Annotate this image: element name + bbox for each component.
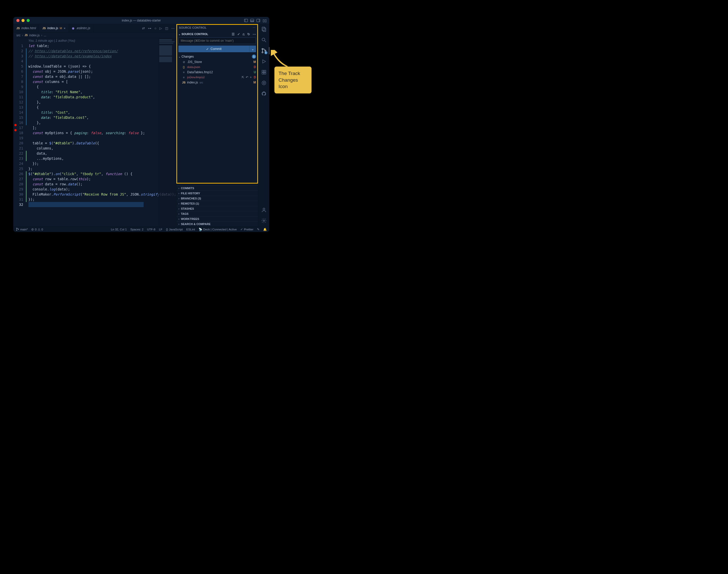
code-line[interactable]: data: "fieldData.product", <box>29 94 176 99</box>
language-status[interactable]: {} JavaScript <box>166 228 182 231</box>
open-file-icon[interactable]: ⇱ <box>242 76 244 79</box>
code-line[interactable] <box>29 135 176 140</box>
scm-file-row[interactable]: ≡jsDev.fmp12 ⇱↶+D <box>176 75 258 80</box>
scm-collapsed-section[interactable]: ›COMMITS <box>176 186 258 191</box>
minimize-window-button[interactable] <box>22 19 25 22</box>
create-pr-icon[interactable]: ⎌ <box>243 32 245 36</box>
code-line[interactable]: data: "fieldData.cost", <box>29 115 176 120</box>
toggle-bottom-panel-icon[interactable] <box>250 19 254 22</box>
code-line[interactable]: let table; <box>29 43 176 48</box>
code-line[interactable]: title: "First Name", <box>29 89 176 94</box>
scm-collapsed-section[interactable]: ›WORKTREES <box>176 216 258 221</box>
eol-status[interactable]: LF <box>159 228 162 231</box>
code-line[interactable]: }, <box>29 99 176 105</box>
commit-icon[interactable]: ✓ <box>237 32 240 36</box>
code-line[interactable]: ...myOptions, <box>29 156 176 161</box>
code-line[interactable]: // https://datatables.net/examples/index <box>29 53 176 58</box>
notifications-icon[interactable]: 🔔 <box>263 228 267 231</box>
code-line[interactable]: const columns = [ <box>29 79 176 84</box>
more-actions-icon[interactable]: ⋯ <box>253 26 255 30</box>
code-line[interactable]: }); <box>29 197 176 202</box>
encoding-status[interactable]: UTF-8 <box>147 228 156 231</box>
code-line[interactable]: FileMaker.PerformScript("Receive Row fro… <box>29 192 176 197</box>
code-line[interactable]: table = $("#dtable").DataTable({ <box>29 140 176 146</box>
commit-message-input[interactable] <box>178 37 256 44</box>
toggle-right-panel-icon[interactable] <box>256 19 260 22</box>
breakpoint-icon[interactable] <box>14 124 17 126</box>
close-tab-icon[interactable]: × <box>63 26 66 30</box>
breadcrumb-part[interactable]: index.js <box>29 34 40 37</box>
code-line[interactable]: const data = obj.data || []; <box>29 74 176 79</box>
code-content[interactable]: You, 1 minute ago | 1 author (You)let ta… <box>26 38 176 226</box>
more-actions-icon[interactable]: ⋯ <box>171 26 175 30</box>
scm-file-row[interactable]: ≡DataTables.fmp12 U <box>176 70 258 75</box>
maximize-window-button[interactable] <box>27 19 30 22</box>
code-line[interactable]: columns, <box>29 146 176 151</box>
stage-icon[interactable]: + <box>250 76 252 79</box>
code-line[interactable]: const myOptions = { paging: false, searc… <box>29 130 176 135</box>
split-editor-icon[interactable]: ◫ <box>165 26 168 30</box>
branch-status[interactable]: main* <box>16 228 28 231</box>
code-line[interactable]: { <box>29 105 176 110</box>
tab-index-js[interactable]: JS index.js M × <box>39 24 69 32</box>
close-window-button[interactable] <box>16 19 19 22</box>
more-actions-icon[interactable]: ⋯ <box>253 32 256 36</box>
scm-file-row[interactable]: {}data.json D <box>176 65 258 70</box>
refresh-icon[interactable]: ↻ <box>247 32 250 36</box>
customize-layout-icon[interactable]: ▯▯ <box>263 18 267 23</box>
minimap[interactable] <box>158 38 176 226</box>
code-line[interactable]: data, <box>29 151 176 156</box>
tab-index-html[interactable]: JS index.html <box>13 24 39 32</box>
code-line[interactable]: const data = row.data(); <box>29 181 176 187</box>
explorer-icon[interactable] <box>261 26 267 32</box>
search-icon[interactable] <box>261 37 267 43</box>
indentation-status[interactable]: Spaces: 2 <box>130 228 143 231</box>
compare-changes-icon[interactable]: ⇄ <box>142 26 145 30</box>
code-line[interactable]: window.loadTable = (json) => { <box>29 64 176 69</box>
scm-collapsed-section[interactable]: ›BRANCHES (3) <box>176 196 258 201</box>
run-icon[interactable] <box>261 58 267 65</box>
scm-collapsed-section[interactable]: ›SEARCH & COMPARE <box>176 221 258 226</box>
code-line[interactable] <box>29 202 176 207</box>
code-line[interactable]: }); <box>29 161 176 166</box>
code-line[interactable]: const obj = JSON.parse(json); <box>29 69 176 74</box>
discard-icon[interactable]: ↶ <box>246 76 248 79</box>
eslint-status[interactable]: ESLint <box>186 228 195 231</box>
account-icon[interactable] <box>261 207 267 213</box>
git-graph-icon[interactable]: ○ <box>154 26 157 30</box>
toggle-left-panel-icon[interactable] <box>244 19 248 22</box>
extensions-icon[interactable] <box>261 69 267 75</box>
feedback-icon[interactable]: ✎ <box>257 228 260 231</box>
settings-icon[interactable] <box>261 218 267 224</box>
breadcrumb-part[interactable]: src <box>16 34 20 37</box>
scm-file-row[interactable]: JSindex.js src M <box>176 80 258 85</box>
code-line[interactable] <box>29 58 176 64</box>
code-line[interactable]: }, <box>29 120 176 125</box>
scm-collapsed-section[interactable]: ›TAGS <box>176 211 258 216</box>
cursor-position-status[interactable]: Ln 32, Col 1 <box>111 228 127 231</box>
run-code-icon[interactable]: ▷ <box>160 26 162 30</box>
prettier-status[interactable]: ✓ Prettier <box>240 228 253 231</box>
scm-collapsed-section[interactable]: ›FILE HISTORY <box>176 191 258 196</box>
gitlens-icon[interactable] <box>261 80 267 86</box>
code-line[interactable]: ]; <box>29 125 176 130</box>
editor-content[interactable]: 1234567891011121314151617181920212223242… <box>13 38 176 226</box>
code-line[interactable]: title: "Cost", <box>29 110 176 115</box>
commit-dropdown-button[interactable]: ⌄ <box>249 46 256 52</box>
code-line[interactable]: { <box>29 84 176 89</box>
breadcrumb[interactable]: src › JS index.js › ... <box>13 33 176 38</box>
code-line[interactable]: $("#dtable").on("click", "tbody tr", fun… <box>29 171 176 176</box>
scm-collapsed-section[interactable]: ›STASHES <box>176 206 258 211</box>
github-icon[interactable] <box>261 91 267 97</box>
git-commit-icon[interactable]: ⊶ <box>148 26 151 30</box>
view-as-tree-icon[interactable]: ☰ <box>232 32 235 36</box>
scm-collapsed-section[interactable]: ›REMOTES (1) <box>176 201 258 206</box>
changes-section-header[interactable]: ⌄ Changes 5 <box>176 54 258 59</box>
tab-eslintrc[interactable]: ◉ .eslintrc.js <box>69 24 94 32</box>
code-line[interactable]: }; <box>29 166 176 171</box>
commit-button[interactable]: ✓ Commit <box>178 46 249 52</box>
scm-repo-header[interactable]: ⌄ SOURCE CONTROL ☰ ✓ ⎌ ↻ ⋯ <box>176 31 258 37</box>
code-line[interactable]: console.log(data); <box>29 187 176 192</box>
deck-status[interactable]: 📡 Deck | Connected | Active <box>199 228 237 231</box>
code-line[interactable]: // https://datatables.net/reference/opti… <box>29 48 176 53</box>
